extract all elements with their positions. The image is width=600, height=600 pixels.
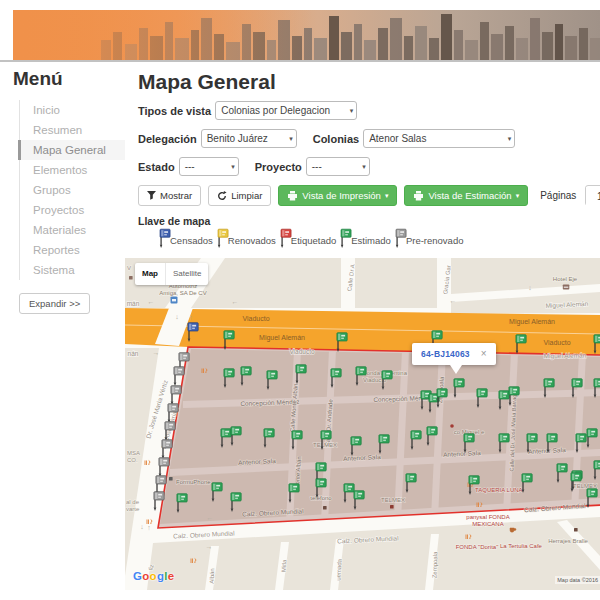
poi-label: TELMEX xyxy=(313,442,337,448)
header-banner-image xyxy=(13,10,600,60)
map-attribution: Map data ©2016 xyxy=(555,576,600,584)
limpiar-button[interactable]: Limpiar xyxy=(208,185,271,206)
printer-icon xyxy=(287,191,298,201)
road-arrow-icon: ↓ xyxy=(528,284,532,291)
street-label: Viaducto xyxy=(543,339,570,346)
tipos-select[interactable]: Colonias por Delegacion ▾ xyxy=(215,101,357,120)
map-button[interactable]: Map xyxy=(135,263,166,285)
sidebar-item-elementos[interactable]: Elementos xyxy=(20,160,125,180)
proyecto-label: Proyecto xyxy=(255,161,302,173)
business-icon xyxy=(171,297,178,304)
map-legend: CensadosRenovadosEtiquetadoEstimadoPre-r… xyxy=(158,228,600,249)
paginas-label: Páginas xyxy=(540,190,576,201)
poi-dot-icon xyxy=(450,424,454,428)
street-label: Miguel Alemán xyxy=(509,318,555,326)
sidebar-item-inicio[interactable]: Inicio xyxy=(20,100,125,120)
vista-impresion-button[interactable]: Vista de Impresión ▾ xyxy=(278,185,397,206)
caret-down-icon: ▾ xyxy=(516,192,520,200)
toolbar: Mostrar Limpiar Vista de Impresión ▾ Vis… xyxy=(138,185,600,206)
colonias-select[interactable]: Atenor Salas ▾ xyxy=(363,129,515,148)
poi-label: FormuPhone xyxy=(176,479,211,485)
sidebar-title: Menú xyxy=(13,68,125,90)
expand-button[interactable]: Expandir >> xyxy=(19,293,90,314)
paginas-input[interactable] xyxy=(586,187,600,206)
sidebar-item-grupos[interactable]: Grupos xyxy=(20,180,125,200)
shop-icon xyxy=(169,477,173,481)
street-label: Miguel Alemán xyxy=(259,334,305,342)
map-canvas[interactable]: ViaductoMiguel AlemánMiguel AlemánViaduc… xyxy=(125,258,600,590)
street-label: Viaducto xyxy=(242,315,269,322)
legend-title: Llave de mapa xyxy=(138,215,600,227)
poi-label: teléfono xyxy=(310,495,332,501)
app-window: Menú InicioResumenMapa GeneralElementosG… xyxy=(0,0,600,600)
legend-item-label: Censados xyxy=(170,235,213,246)
sidebar-item-proyectos[interactable]: Proyectos xyxy=(20,200,125,220)
printer-icon xyxy=(413,191,424,201)
shop-icon xyxy=(129,276,133,280)
street-label: Mitla xyxy=(280,559,287,573)
info-window-tail xyxy=(450,365,462,374)
legend-item-label: Etiquetado xyxy=(291,235,336,246)
caret-down-icon: ▾ xyxy=(508,130,512,148)
shop-icon xyxy=(390,505,394,509)
street-label: mán xyxy=(127,300,140,307)
caret-down-icon: ▾ xyxy=(289,130,293,148)
poi-label: TELMEX xyxy=(381,497,405,503)
caret-down-icon: ▾ xyxy=(350,102,354,120)
tipos-row: Tipos de vista Colonias por Delegacion ▾ xyxy=(138,101,600,120)
caret-down-icon: ▾ xyxy=(385,192,389,200)
legend-item-label: Renovados xyxy=(228,235,276,246)
vista-estimacion-label: Vista de Estimación xyxy=(428,190,511,201)
poi-label: panysal FONDAMEXICANA xyxy=(466,514,509,527)
estado-value: --- xyxy=(185,161,195,172)
main-content: Mapa General Tipos de vista Colonias por… xyxy=(138,68,600,249)
caret-down-icon: ▾ xyxy=(231,158,235,176)
estado-proyecto-row: Estado --- ▾ Proyecto --- ▾ xyxy=(138,157,600,176)
tipos-label: Tipos de vista xyxy=(138,105,211,117)
road-arrow-icon: → xyxy=(153,349,160,356)
tipos-value: Colonias por Delegacion xyxy=(221,105,330,116)
delegacion-colonias-row: Delegación Benito Juárez ▾ Colonias Aten… xyxy=(138,129,600,148)
info-window-title[interactable]: 64-BJ14063 xyxy=(421,349,470,359)
mostrar-button[interactable]: Mostrar xyxy=(138,185,201,206)
poi-label: Herrajes Bralle xyxy=(548,538,588,544)
estado-select[interactable]: --- ▾ xyxy=(179,157,239,176)
poi-label: al devarte xyxy=(126,499,140,512)
sidebar-nav: InicioResumenMapa GeneralElementosGrupos… xyxy=(19,100,125,280)
vista-estimacion-button[interactable]: Vista de Estimación ▾ xyxy=(404,185,528,206)
sidebar-item-sistema[interactable]: Sistema xyxy=(20,260,125,280)
poi-label: FONDA "Dorita" xyxy=(456,544,499,550)
road-arrow-icon: ↑ xyxy=(147,524,151,531)
sidebar-item-reportes[interactable]: Reportes xyxy=(20,240,125,260)
info-window-close-icon[interactable]: × xyxy=(481,350,487,358)
poi-label: TAQUERIA LUNA xyxy=(475,487,523,493)
road-arrow-icon: ← xyxy=(450,297,457,304)
street-label: Zempoala xyxy=(432,551,439,579)
page-title: Mapa General xyxy=(138,70,600,94)
info-window: 64-BJ14063 × xyxy=(412,343,496,365)
proyecto-select[interactable]: --- ▾ xyxy=(306,157,370,176)
sidebar-item-materiales[interactable]: Materiales xyxy=(20,220,125,240)
delegacion-select[interactable]: Benito Juárez ▾ xyxy=(201,129,297,148)
street-label: Albán xyxy=(209,568,216,584)
satellite-button[interactable]: Satellite xyxy=(166,263,208,285)
road-arrow-icon: ↑ xyxy=(189,314,193,321)
header-divider xyxy=(0,60,600,62)
street-label: nán xyxy=(128,350,139,357)
legend-item-pre-renovado: Pre-renovado xyxy=(394,228,464,249)
delegacion-value: Benito Juárez xyxy=(207,133,268,144)
estado-label: Estado xyxy=(138,161,175,173)
legend-item-estimado: Estimado xyxy=(339,228,391,249)
map-image[interactable]: ViaductoMiguel AlemánMiguel AlemánViaduc… xyxy=(125,258,600,590)
proyecto-value: --- xyxy=(312,161,322,172)
colonias-label: Colonias xyxy=(313,133,359,145)
sidebar-item-resumen[interactable]: Resumen xyxy=(20,120,125,140)
sidebar-item-mapa-general[interactable]: Mapa General xyxy=(18,140,125,160)
road-arrow-icon: ↓ xyxy=(140,523,144,530)
google-logo[interactable]: Google xyxy=(133,570,174,582)
delegacion-label: Delegación xyxy=(138,133,197,145)
map-type-control: Map Satellite xyxy=(135,263,208,285)
road-arrow-icon: ↓ xyxy=(175,313,179,320)
caret-down-icon: ▾ xyxy=(362,158,366,176)
legend-item-label: Pre-renovado xyxy=(406,235,464,246)
